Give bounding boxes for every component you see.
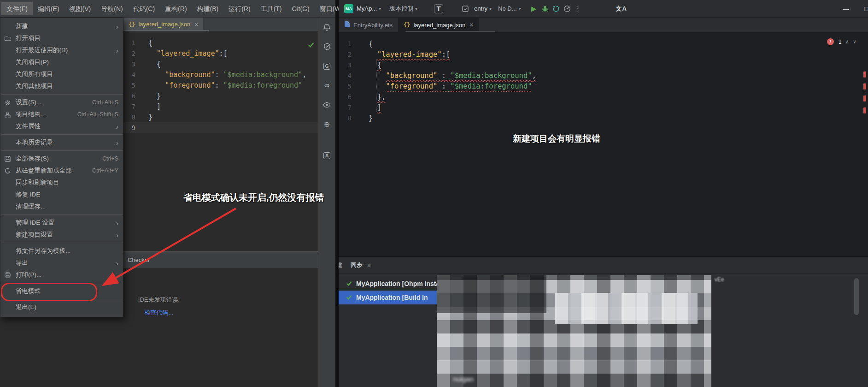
menubar-item[interactable]: 视图(V) <box>65 2 96 15</box>
inspections-ok-icon[interactable] <box>308 41 314 49</box>
sync-task-row[interactable]: MyApplication [Ohpm Install]: <box>339 277 437 291</box>
device-selector[interactable]: No D... <box>498 5 516 12</box>
code-line[interactable]: 5 "foreground": "$media:foreground" <box>123 80 318 90</box>
menubar-item[interactable]: 文件(F) <box>1 2 33 15</box>
file-menu-item[interactable]: 打印(P)... <box>0 269 123 281</box>
code-line[interactable]: 6 }, <box>339 91 868 102</box>
tab-scrollbar[interactable] <box>405 31 495 32</box>
profiler-button[interactable] <box>562 3 573 14</box>
code-line[interactable]: 8} <box>123 112 318 122</box>
menubar-item[interactable]: 工具(T) <box>256 2 287 15</box>
error-stripe-mark[interactable] <box>863 71 866 77</box>
menu-separator <box>1 150 123 151</box>
file-menu-item[interactable]: 关闭项目(P) <box>0 56 123 68</box>
menubar-item[interactable]: 运行(R) <box>223 2 255 15</box>
error-stripe-mark[interactable] <box>863 95 866 101</box>
maximize-button[interactable]: □ <box>856 0 868 17</box>
tab-layered-image-json[interactable]: {}layered_image.json× <box>398 18 479 32</box>
prev-error-icon[interactable]: ∧ <box>846 39 849 45</box>
project-selector[interactable]: MyAp... <box>357 5 377 12</box>
run-config-selector[interactable]: entry <box>474 5 487 12</box>
code-line[interactable]: 6 } <box>123 90 318 101</box>
code-line[interactable]: 5 "foreground" : "$media:foreground" <box>339 81 868 91</box>
code-line[interactable]: 4 "background" : "$media:background", <box>339 70 868 81</box>
file-menu-item[interactable]: 关闭其他项目 <box>0 80 123 92</box>
translate-icon[interactable]: 文A <box>616 5 627 13</box>
file-menu-item[interactable]: 同步和刷新项目 <box>0 177 123 189</box>
sync-task-row[interactable]: MyApplication [Build In <box>339 291 437 304</box>
code-text: }, <box>369 93 386 101</box>
checker-title: Checker <box>128 256 150 263</box>
error-stripe-mark[interactable] <box>863 83 866 89</box>
file-menu-item[interactable]: 关闭所有项目 <box>0 68 123 80</box>
rerun-button[interactable] <box>551 3 562 14</box>
line-number: 5 <box>123 82 135 89</box>
code-line[interactable]: 7 ] <box>339 102 868 113</box>
infinity-icon[interactable]: ∞ <box>323 81 332 90</box>
eye-icon[interactable] <box>323 100 332 109</box>
code-line[interactable]: 2 "layered-image":[ <box>339 49 868 60</box>
run-button[interactable]: ▶ <box>528 3 540 14</box>
minimize-button[interactable]: — <box>836 0 856 17</box>
file-menu-item[interactable]: 本地历史记录› <box>0 137 123 149</box>
code-line[interactable]: 8} <box>339 113 868 123</box>
tab-layered-image-json[interactable]: {} layered_image.json × <box>123 18 203 31</box>
bell-icon[interactable] <box>323 23 332 32</box>
code-line[interactable]: 1{ <box>123 37 318 48</box>
inspect-code-link[interactable]: 检查代码... <box>145 309 174 317</box>
devtools-icon[interactable]: T <box>434 4 443 13</box>
file-menu-item[interactable]: 管理 IDE 设置› <box>0 217 123 229</box>
partial-tab-build[interactable]: 建 <box>339 261 344 269</box>
file-menu-item[interactable]: 新建项目设置› <box>0 229 123 241</box>
code-line[interactable]: 7 ] <box>123 101 318 112</box>
menubar-item[interactable]: Git(G) <box>287 2 315 15</box>
file-menu-item[interactable]: 将文件另存为模板... <box>0 245 123 257</box>
inspections-widget[interactable]: ! 1 ∧ ∨ <box>827 38 856 45</box>
file-menu-item[interactable]: 修复 IDE <box>0 189 123 201</box>
file-menu-item[interactable]: 打开最近使用的(R)› <box>0 44 123 56</box>
menubar-item[interactable]: 重构(R) <box>160 2 192 15</box>
globe-icon[interactable]: ⊕ <box>323 119 332 129</box>
more-actions-button[interactable]: ⋮ <box>573 3 584 14</box>
code-line[interactable]: 1{ <box>339 38 868 49</box>
file-menu-item[interactable]: 导出› <box>0 257 123 269</box>
module-icon <box>460 3 471 14</box>
menubar-item[interactable]: 构建(B) <box>192 2 224 15</box>
file-menu-item[interactable]: 打开项目 <box>0 32 123 44</box>
version-control-menu[interactable]: 版本控制 <box>389 5 413 13</box>
scrollbar-thumb[interactable] <box>854 278 859 315</box>
tab-close-icon[interactable]: × <box>194 21 198 28</box>
letter-a-panel-icon[interactable]: A <box>323 151 332 160</box>
file-menu-item[interactable]: 从磁盘重新加载全部Ctrl+Alt+Y <box>0 165 123 177</box>
chevron-down-icon: ▾ <box>489 6 492 11</box>
file-menu-item[interactable]: 省电模式 <box>0 285 123 297</box>
file-menu-item[interactable]: 全部保存(S)Ctrl+S <box>0 153 123 165</box>
code-line[interactable]: 2 "layered_image":[ <box>123 48 318 59</box>
menubar-item[interactable]: 导航(N) <box>96 2 128 15</box>
tab-entryability-ets[interactable]: EntryAbility.ets <box>339 18 398 32</box>
file-menu-item[interactable]: 退出(E) <box>0 301 123 313</box>
tab-close-icon[interactable]: × <box>367 262 371 269</box>
error-stripe-mark[interactable] <box>863 107 866 113</box>
menubar-item[interactable]: 代码(C) <box>128 2 160 15</box>
code-editor[interactable]: 1{2 "layered_image":[3 {4 "background": … <box>123 31 318 251</box>
file-menu-item[interactable]: 清理缓存... <box>0 201 123 213</box>
file-menu-item[interactable]: 文件属性› <box>0 120 123 132</box>
menubar-item[interactable]: 编辑(E) <box>33 2 65 15</box>
next-error-icon[interactable]: ∨ <box>853 39 856 45</box>
file-menu-item[interactable]: 新建› <box>0 20 123 32</box>
tab-label: 同步 <box>351 261 363 269</box>
code-line[interactable]: 3 { <box>339 60 868 70</box>
gradle-icon[interactable]: G <box>323 61 332 71</box>
shield-check-icon[interactable] <box>323 42 332 51</box>
file-menu-item[interactable]: 项目结构...Ctrl+Alt+Shift+S <box>0 108 123 120</box>
tab-label: EntryAbility.ets <box>353 22 393 29</box>
tab-sync[interactable]: 同步 × <box>351 261 371 269</box>
debug-button[interactable] <box>540 3 551 14</box>
code-editor[interactable]: 1{2 "layered-image":[3 {4 "background" :… <box>339 33 868 256</box>
file-menu-item[interactable]: 设置(S)...Ctrl+Alt+S <box>0 96 123 108</box>
code-line[interactable]: 9 <box>123 122 318 133</box>
code-line[interactable]: 4 "background": "$media:background", <box>123 69 318 80</box>
tab-close-icon[interactable]: × <box>469 21 473 29</box>
code-line[interactable]: 3 { <box>123 59 318 69</box>
